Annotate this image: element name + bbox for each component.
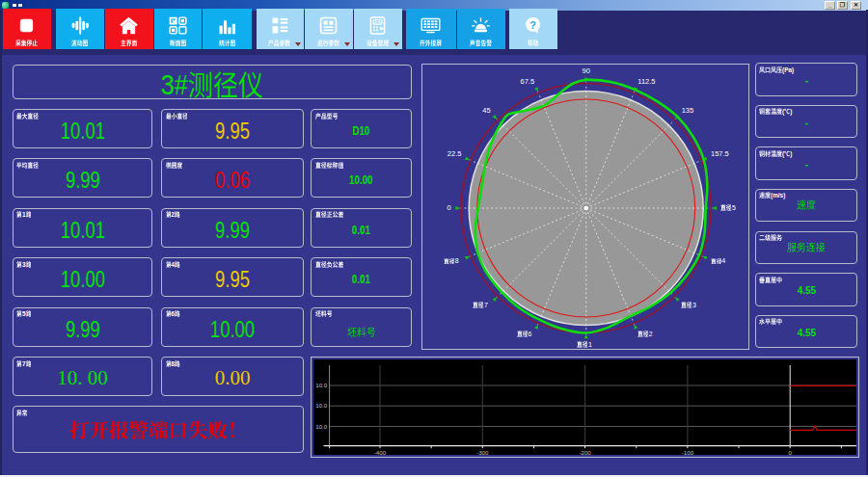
svg-text:10.0: 10.0 — [315, 423, 327, 429]
svg-text:67.5: 67.5 — [520, 76, 534, 85]
svg-text:10.0: 10.0 — [315, 383, 327, 388]
svg-text:112.5: 112.5 — [637, 76, 655, 85]
svg-text:157.5: 157.5 — [711, 149, 729, 158]
svg-text:45: 45 — [482, 106, 490, 115]
svg-text:-100: -100 — [681, 448, 693, 455]
svg-text:?: ? — [530, 19, 536, 31]
svg-text:-400: -400 — [373, 448, 386, 455]
svg-text:22.5: 22.5 — [448, 149, 462, 158]
svg-text:-300: -300 — [476, 448, 489, 455]
svg-text:10.0: 10.0 — [315, 403, 327, 409]
svg-text:0: 0 — [788, 448, 792, 455]
svg-text:135: 135 — [681, 106, 693, 115]
svg-text:90: 90 — [582, 66, 589, 75]
svg-text:-200: -200 — [579, 448, 591, 455]
svg-text:0: 0 — [447, 203, 450, 212]
